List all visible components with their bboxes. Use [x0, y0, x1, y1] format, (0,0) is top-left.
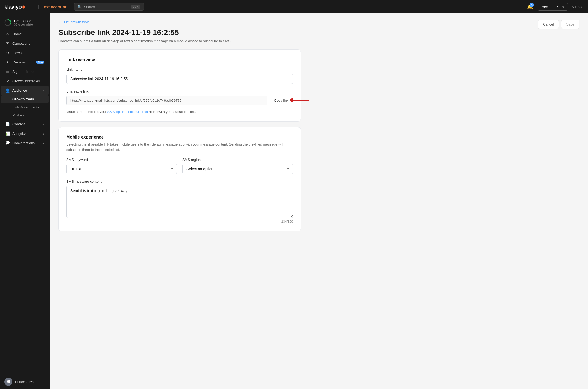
user-avatar-item[interactable]: HI HiTide - Test	[4, 378, 46, 386]
sms-keyword-field: SMS keyword HITIDE ▼	[66, 158, 177, 174]
get-started-item[interactable]: Get started 33% complete	[0, 17, 50, 28]
search-icon: 🔍	[77, 5, 82, 9]
reviews-badge: New	[36, 61, 44, 64]
header-actions: 🔔 5 Account Plans Support	[526, 2, 584, 11]
progress-circle	[4, 19, 11, 26]
content-chevron: ∨	[42, 122, 44, 126]
link-name-label: Link name	[66, 68, 293, 72]
sms-region-field: SMS region Select an option ▼	[182, 158, 293, 174]
analytics-chevron: ∨	[42, 132, 44, 135]
sidebar: Get started 33% complete ⌂ Home ✉ Campai…	[0, 13, 50, 389]
sidebar-item-label: Content	[12, 122, 40, 126]
user-avatar: HI	[4, 378, 12, 386]
logo-mark: ◆	[22, 5, 25, 9]
link-overview-card: Link overview Link name Shareable link h…	[58, 49, 301, 122]
mobile-experience-title: Mobile experience	[66, 135, 293, 140]
sidebar-item-label: Campaigns	[12, 41, 44, 45]
sms-region-label: SMS region	[182, 158, 293, 162]
sidebar-item-signup-forms[interactable]: ☰ Sign-up forms	[1, 67, 49, 76]
sidebar-item-label: Home	[12, 32, 44, 36]
red-arrow-svg	[290, 95, 312, 105]
search-shortcut: ⌘ K	[131, 5, 140, 9]
sms-keyword-select[interactable]: HITIDE	[66, 164, 177, 174]
page-title: Subscribe link 2024-11-19 16:2:55	[58, 28, 579, 37]
search-bar[interactable]: 🔍 Search ⌘ K	[74, 3, 144, 11]
home-icon: ⌂	[5, 32, 10, 36]
conversations-icon: 💬	[5, 141, 10, 145]
sms-message-textarea[interactable]: Send this text to join the giveaway	[66, 186, 293, 218]
notification-badge: 5	[530, 3, 534, 7]
account-plans-button[interactable]: Account Plans	[538, 3, 568, 11]
breadcrumb-label: List growth tools	[64, 20, 89, 24]
logo: klaviyo ◆	[4, 4, 34, 10]
account-name: Test account	[38, 5, 66, 9]
sidebar-item-label: Growth strategies	[12, 79, 44, 83]
mobile-experience-card: Mobile experience Selecting the shareabl…	[58, 127, 301, 231]
sms-keyword-label: SMS keyword	[66, 158, 177, 162]
search-placeholder: Search	[84, 5, 95, 9]
audience-chevron: ∧	[42, 89, 44, 92]
signup-forms-icon: ☰	[5, 69, 10, 74]
link-note: Make sure to include your SMS opt-in dis…	[66, 110, 293, 114]
logo-text: klaviyo	[4, 4, 22, 10]
breadcrumb[interactable]: ← List growth tools	[58, 20, 579, 24]
sidebar-item-label: Audience	[12, 89, 40, 93]
sidebar-item-label: Reviews	[12, 60, 33, 64]
shareable-link-label: Shareable link	[66, 89, 293, 93]
sidebar-subitem-growth-tools[interactable]: Growth tools	[1, 95, 49, 103]
sidebar-item-label: Conversations	[12, 141, 40, 145]
notification-button[interactable]: 🔔 5	[526, 2, 534, 11]
shareable-link-row: https://manage.kmail-lists.com/subscribe…	[66, 96, 293, 105]
user-section[interactable]: HI HiTide - Test	[0, 374, 50, 389]
sidebar-item-conversations[interactable]: 💬 Conversations ∨	[1, 138, 49, 147]
sidebar-item-content[interactable]: 📄 Content ∨	[1, 119, 49, 129]
sms-disclosure-link[interactable]: SMS opt-in disclosure text	[107, 110, 148, 114]
conversations-chevron: ∨	[42, 141, 44, 145]
profiles-label: Profiles	[12, 113, 24, 117]
link-overview-title: Link overview	[66, 57, 293, 62]
campaigns-icon: ✉	[5, 41, 10, 45]
mobile-experience-description: Selecting the shareable link takes mobil…	[66, 142, 293, 152]
support-button[interactable]: Support	[571, 5, 584, 9]
get-started-subtitle: 33% complete	[14, 23, 33, 26]
page-subtitle: Contacts can submit a form on desktop or…	[58, 39, 579, 43]
growth-tools-label: Growth tools	[12, 97, 34, 101]
sidebar-item-label: Sign-up forms	[12, 70, 44, 74]
top-actions: Cancel Save	[538, 20, 579, 29]
analytics-icon: 📊	[5, 131, 10, 136]
breadcrumb-arrow: ←	[58, 20, 62, 24]
sidebar-item-growth-strategies[interactable]: ↗ Growth strategies	[1, 76, 49, 86]
sms-region-select[interactable]: Select an option	[182, 164, 293, 174]
header: klaviyo ◆ Test account 🔍 Search ⌘ K 🔔 5 …	[0, 0, 588, 13]
sidebar-item-label: Analytics	[12, 132, 40, 136]
save-button[interactable]: Save	[561, 20, 579, 29]
link-name-input[interactable]	[66, 74, 293, 84]
sidebar-subitem-profiles[interactable]: Profiles	[1, 111, 49, 119]
shareable-link-display: https://manage.kmail-lists.com/subscribe…	[66, 96, 267, 105]
audience-icon: 👤	[5, 88, 10, 93]
main-content: Cancel Save ← List growth tools Subscrib…	[50, 13, 588, 389]
sidebar-item-label: Flows	[12, 51, 44, 55]
lists-segments-label: Lists & segments	[12, 105, 39, 109]
sidebar-item-flows[interactable]: ↪ Flows	[1, 48, 49, 57]
sidebar-item-analytics[interactable]: 📊 Analytics ∨	[1, 129, 49, 138]
sidebar-item-reviews[interactable]: ★ Reviews New	[1, 58, 49, 67]
sidebar-subitem-lists-segments[interactable]: Lists & segments	[1, 103, 49, 111]
red-arrow-annotation	[290, 95, 312, 106]
sidebar-item-home[interactable]: ⌂ Home	[1, 29, 49, 38]
cancel-button[interactable]: Cancel	[538, 20, 559, 29]
char-count: 134/160	[66, 220, 293, 224]
growth-strategies-icon: ↗	[5, 79, 10, 83]
flows-icon: ↪	[5, 51, 10, 55]
sidebar-item-audience[interactable]: 👤 Audience ∧	[1, 86, 49, 95]
reviews-icon: ★	[5, 60, 10, 64]
content-icon: 📄	[5, 122, 10, 126]
sidebar-item-campaigns[interactable]: ✉ Campaigns	[1, 39, 49, 48]
sms-region-wrapper: Select an option ▼	[182, 164, 293, 174]
sms-keyword-wrapper: HITIDE ▼	[66, 164, 177, 174]
sms-message-label: SMS message content	[66, 179, 293, 183]
copy-link-button[interactable]: Copy link	[270, 96, 293, 105]
user-name: HiTide - Test	[15, 380, 34, 384]
sms-fields-row: SMS keyword HITIDE ▼ SMS region Select a…	[66, 158, 293, 174]
get-started-title: Get started	[14, 19, 33, 23]
